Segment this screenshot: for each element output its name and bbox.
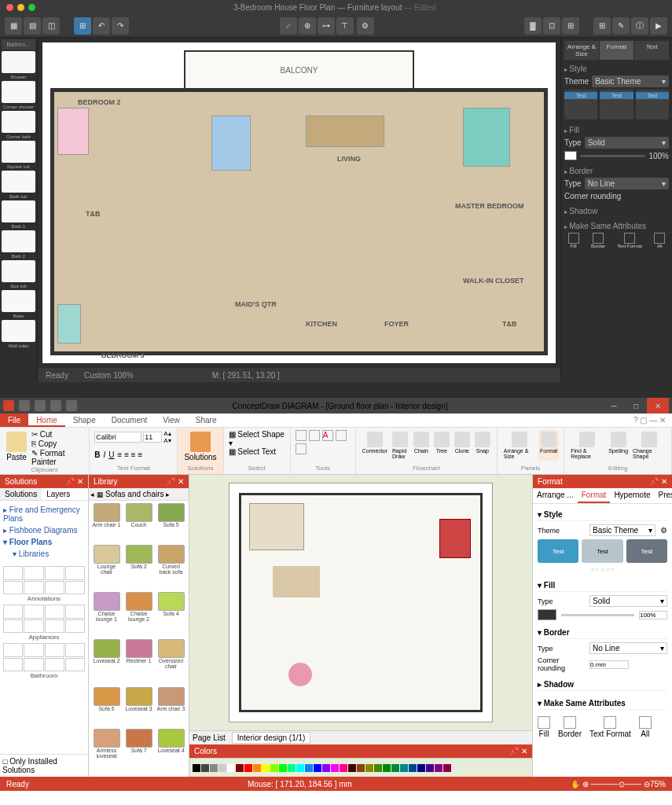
theme-preset-3[interactable]: Test: [626, 539, 667, 563]
lib-item[interactable]: Sofa 5: [156, 503, 186, 543]
redo-button[interactable]: ↷: [112, 17, 129, 35]
theme-preset-1[interactable]: Test: [564, 90, 597, 119]
color-swatch[interactable]: [296, 764, 304, 772]
chain-button[interactable]: ⊶: [318, 17, 335, 35]
paste-button[interactable]: Paste: [5, 430, 28, 466]
room-walkin[interactable]: WALK-IN CLOSET: [463, 277, 524, 285]
tree-button[interactable]: ⊤: [336, 17, 354, 35]
tool-line[interactable]: [309, 430, 320, 441]
tab-file[interactable]: File: [0, 414, 28, 427]
lib-item-bidet[interactable]: [2, 290, 35, 312]
color-swatch[interactable]: [365, 764, 373, 772]
color-swatch[interactable]: [348, 764, 356, 772]
tab-shape[interactable]: Shape: [65, 414, 104, 427]
info-button[interactable]: ⓘ: [631, 17, 648, 35]
lib-item[interactable]: Oversized chair: [156, 639, 186, 685]
fmt-tab-arrange[interactable]: Arrange ...: [533, 488, 578, 503]
color-swatch[interactable]: [409, 764, 417, 772]
bold-button[interactable]: B: [94, 450, 100, 459]
maximize-icon[interactable]: [28, 4, 35, 11]
chain-button[interactable]: Chain: [412, 430, 431, 461]
change-shape-button[interactable]: Change Shape: [631, 430, 666, 461]
layers-tab[interactable]: Layers: [42, 488, 75, 500]
solutions-button[interactable]: ▦: [5, 17, 22, 35]
lib-item[interactable]: Recliner 1: [123, 639, 154, 685]
color-swatch[interactable]: [314, 764, 321, 772]
sol-libraries[interactable]: ▾ Libraries: [3, 548, 85, 560]
cut-button[interactable]: ✂ Cut: [31, 430, 84, 439]
rapid-draw-button[interactable]: ⊕: [299, 17, 316, 35]
format-painter-button[interactable]: ✎ Format Painter: [31, 449, 84, 466]
panel-pin-icon[interactable]: 📌 ✕: [65, 477, 83, 486]
tab-arrange[interactable]: Arrange & Size: [564, 41, 599, 60]
room-maids[interactable]: MAID'S QTR: [235, 300, 277, 308]
qa-redo-icon[interactable]: [50, 400, 61, 411]
color-swatch[interactable]: [210, 764, 218, 772]
color-swatch[interactable]: [288, 764, 296, 772]
color-swatch[interactable]: [322, 764, 330, 772]
layers-button[interactable]: ◫: [42, 17, 60, 35]
app-icon[interactable]: [3, 400, 14, 411]
attr-border-button[interactable]: Border: [558, 716, 582, 738]
color-swatch[interactable]: [253, 764, 261, 772]
font-select[interactable]: [94, 432, 141, 443]
tool-text[interactable]: A: [322, 430, 333, 441]
lib-item[interactable]: Sofa 4: [156, 592, 186, 638]
opacity-slider[interactable]: [580, 155, 645, 157]
panel-pin-icon[interactable]: 📌 ✕: [166, 477, 184, 486]
qa-save-icon[interactable]: [19, 400, 30, 411]
lib-appliances[interactable]: Appliances: [3, 605, 85, 641]
sol-fire-emergency[interactable]: ▸ Fire and Emergency Plans: [3, 504, 85, 524]
tab-home[interactable]: Home: [28, 414, 65, 427]
color-swatch[interactable]: [340, 764, 347, 772]
room-balcony[interactable]: BALCONY: [184, 50, 414, 90]
snap-button[interactable]: Snap: [473, 430, 492, 461]
fill-type-select[interactable]: Solid▾: [585, 137, 669, 149]
lib-item-corner-shower[interactable]: [2, 81, 35, 103]
color-swatch[interactable]: [227, 764, 235, 772]
room-tb2[interactable]: T&B: [502, 320, 517, 328]
zoom-level[interactable]: 75%: [650, 780, 666, 788]
library-category-select[interactable]: ◂ ▦ Sofas and chairs ▸: [89, 488, 189, 501]
room-shape[interactable]: [249, 503, 304, 550]
operations-button[interactable]: ⚙: [357, 17, 374, 35]
select-text-button[interactable]: ▦ Select Text: [229, 447, 285, 456]
color-swatch[interactable]: [193, 764, 200, 772]
theme-preset-3[interactable]: Test: [636, 90, 669, 119]
tab-format[interactable]: Format: [600, 41, 634, 60]
color-swatch[interactable]: [279, 764, 287, 772]
room-bedroom2[interactable]: BEDROOM 2: [78, 98, 121, 106]
hypernote-button[interactable]: ✎: [612, 17, 630, 35]
lib-item[interactable]: Loveseat 4: [156, 729, 186, 774]
attr-text-button[interactable]: Text Format: [589, 716, 631, 738]
tool-rect[interactable]: [296, 430, 307, 441]
tree-button[interactable]: Tree: [432, 430, 451, 461]
fmt-tab-format[interactable]: Format: [578, 488, 611, 503]
lib-item-shower[interactable]: [2, 51, 35, 73]
gear-icon[interactable]: ⚙: [660, 526, 667, 535]
sol-fishbone[interactable]: ▸ Fishbone Diagrams: [3, 524, 85, 536]
connector-button[interactable]: Connector: [361, 430, 389, 461]
minimize-button[interactable]: ─: [603, 398, 625, 414]
solutions-button[interactable]: Solutions: [182, 430, 218, 463]
furniture-sofa[interactable]: [306, 116, 384, 147]
lib-item[interactable]: Armless loveseat: [91, 729, 122, 774]
lib-item[interactable]: Curved back sofa: [156, 545, 186, 590]
furniture-master-bed[interactable]: [463, 108, 510, 167]
lib-item[interactable]: Sofa 6: [91, 687, 122, 727]
room-foyer[interactable]: FOYER: [384, 320, 409, 328]
color-swatch[interactable]: [417, 764, 425, 772]
italic-button[interactable]: I: [104, 450, 106, 459]
theme-select[interactable]: Basic Theme▾: [589, 524, 655, 536]
color-swatch[interactable]: [435, 764, 442, 772]
snap-button[interactable]: ⊡: [543, 17, 560, 35]
solutions-tab[interactable]: Solutions: [0, 488, 42, 500]
win-canvas[interactable]: Page List Interior design (1/1) Colors📌 …: [189, 475, 532, 777]
color-swatch[interactable]: [244, 764, 252, 772]
library-button[interactable]: ⊞: [74, 17, 91, 35]
zoom-level[interactable]: Custom 108%: [84, 371, 134, 380]
fill-type-select[interactable]: Solid▾: [589, 595, 667, 607]
lib-item[interactable]: Couch: [123, 503, 154, 543]
furniture-bed3[interactable]: [57, 304, 81, 344]
furniture-rug[interactable]: [288, 663, 312, 686]
